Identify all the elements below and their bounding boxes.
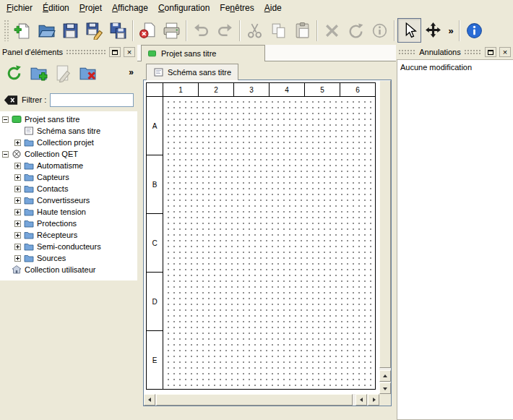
tree-expander[interactable] bbox=[2, 116, 9, 123]
tree-expander[interactable] bbox=[14, 163, 21, 169]
tree-item[interactable]: Automatisme bbox=[0, 160, 137, 171]
delete-button[interactable] bbox=[320, 18, 344, 43]
tree-item[interactable]: Capteurs bbox=[0, 171, 137, 183]
menu-edition[interactable]: Édition bbox=[38, 1, 74, 15]
save-all-button[interactable] bbox=[106, 18, 130, 43]
rotate-button[interactable] bbox=[344, 18, 368, 43]
properties-button[interactable] bbox=[368, 18, 392, 43]
menu-aide[interactable]: Aide bbox=[259, 1, 287, 15]
rotate-icon bbox=[347, 22, 365, 40]
tree-expander[interactable] bbox=[14, 209, 21, 215]
hscroll-right-button[interactable] bbox=[368, 394, 379, 406]
vscroll-thumb[interactable] bbox=[379, 80, 391, 368]
pan-mode-button[interactable] bbox=[421, 18, 445, 43]
tree-item[interactable]: Sources bbox=[0, 252, 137, 264]
diagram-canvas[interactable]: 123456ABCDE bbox=[144, 80, 379, 394]
toolbar-handle[interactable] bbox=[4, 20, 9, 41]
arrow-down-icon bbox=[383, 387, 387, 393]
hscroll-left-button[interactable] bbox=[144, 394, 155, 406]
project-tabbar: Projet sans titre bbox=[137, 45, 396, 61]
filter-input[interactable] bbox=[50, 93, 134, 107]
tree-item[interactable]: Collection utilisateur bbox=[0, 264, 137, 275]
dock-float-button[interactable] bbox=[109, 47, 121, 57]
tree-expander[interactable] bbox=[14, 197, 21, 204]
copy-button[interactable] bbox=[267, 18, 290, 43]
menu-fenetres[interactable]: Fenêtres bbox=[215, 1, 259, 15]
dock-grip[interactable] bbox=[398, 49, 416, 55]
hscroll-thumb[interactable] bbox=[156, 394, 353, 406]
menu-fichier[interactable]: Fichier bbox=[1, 1, 38, 15]
vscroll-down-button[interactable] bbox=[379, 382, 391, 394]
delete-element-button[interactable] bbox=[77, 62, 99, 85]
reload-collections-button[interactable] bbox=[3, 62, 25, 85]
folder-icon bbox=[24, 207, 34, 216]
undo-button[interactable] bbox=[189, 18, 213, 43]
tree-expander[interactable] bbox=[14, 232, 21, 239]
menu-configuration[interactable]: Configuration bbox=[153, 1, 215, 15]
cut-button[interactable] bbox=[243, 18, 267, 43]
diagram-tab-label: Schéma sans titre bbox=[168, 68, 231, 77]
tree-item[interactable]: Semi-conducteurs bbox=[0, 241, 137, 252]
tree-item[interactable]: Haute tension bbox=[0, 206, 137, 218]
tree-expander[interactable] bbox=[14, 244, 21, 250]
tree-item[interactable]: Schéma sans titre bbox=[0, 125, 137, 137]
dock-close-button[interactable]: × bbox=[124, 47, 135, 57]
new-project-button[interactable] bbox=[11, 18, 35, 43]
tree-item[interactable]: Récepteurs bbox=[0, 229, 137, 241]
ruler-corner bbox=[147, 83, 163, 96]
vscroll-up-button[interactable] bbox=[379, 370, 391, 382]
ruler-column-2: 2 bbox=[199, 83, 233, 96]
elements-panel-titlebar[interactable]: Panel d'éléments × bbox=[0, 45, 137, 59]
dock-float-button[interactable] bbox=[485, 47, 496, 57]
hscroll-left-button-2[interactable] bbox=[355, 394, 367, 406]
ruler-column-6: 6 bbox=[340, 83, 375, 96]
save-button[interactable] bbox=[59, 18, 82, 43]
open-project-button[interactable] bbox=[35, 18, 59, 43]
tree-item-label: Automatisme bbox=[37, 161, 83, 170]
tree-item-label: Haute tension bbox=[37, 207, 86, 216]
tree-item[interactable]: Convertisseurs bbox=[0, 194, 137, 206]
grid-area[interactable] bbox=[163, 97, 375, 389]
move-cross-icon bbox=[424, 22, 442, 40]
elements-tree: Projet sans titreSchéma sans titreCollec… bbox=[0, 111, 137, 280]
new-element-button[interactable] bbox=[27, 62, 50, 85]
edit-element-button[interactable] bbox=[52, 62, 74, 85]
save-as-button[interactable] bbox=[82, 18, 106, 43]
tree-item[interactable]: Projet sans titre bbox=[0, 113, 137, 125]
folder-icon bbox=[24, 184, 34, 193]
toolbar-separator bbox=[459, 20, 460, 41]
dock-grip[interactable] bbox=[66, 49, 106, 55]
tree-expander[interactable] bbox=[14, 220, 21, 227]
undo-dock-titlebar[interactable]: Annulations × bbox=[396, 45, 513, 59]
tree-expander[interactable] bbox=[14, 174, 21, 181]
tree-expander[interactable] bbox=[14, 140, 21, 146]
tree-expander[interactable] bbox=[2, 151, 9, 158]
chevron-overflow-icon: » bbox=[448, 25, 453, 36]
main-toolbar: » bbox=[0, 16, 513, 45]
paste-button[interactable] bbox=[290, 18, 314, 43]
schema-icon bbox=[24, 127, 34, 135]
print-button[interactable] bbox=[160, 18, 184, 43]
redo-button[interactable] bbox=[213, 18, 237, 43]
select-mode-button[interactable] bbox=[397, 18, 421, 43]
toolbar-overflow-button[interactable]: » bbox=[445, 18, 457, 43]
about-button[interactable] bbox=[462, 18, 486, 43]
clear-filter-icon[interactable] bbox=[4, 95, 18, 106]
undo-list[interactable]: Aucune modification bbox=[397, 59, 513, 420]
panel-overflow-button[interactable]: » bbox=[129, 67, 134, 77]
tree-item[interactable]: Contacts bbox=[0, 183, 137, 194]
tree-expander[interactable] bbox=[14, 255, 21, 262]
dock-close-button[interactable]: × bbox=[499, 47, 511, 57]
menu-affichage[interactable]: Affichage bbox=[107, 1, 153, 15]
elements-panel-toolbar: » bbox=[0, 59, 137, 87]
close-project-button[interactable] bbox=[136, 18, 160, 43]
tree-item[interactable]: Collection QET bbox=[0, 148, 137, 160]
project-tab[interactable]: Projet sans titre bbox=[141, 45, 265, 61]
tree-item[interactable]: Protections bbox=[0, 218, 137, 229]
menu-projet[interactable]: Projet bbox=[74, 1, 107, 15]
tree-item[interactable]: Collection projet bbox=[0, 137, 137, 148]
dock-grip[interactable] bbox=[464, 49, 482, 55]
tree-expander[interactable] bbox=[14, 186, 21, 192]
diagram-tab[interactable]: Schéma sans titre bbox=[146, 64, 238, 80]
filter-label: Filtrer : bbox=[22, 95, 46, 104]
